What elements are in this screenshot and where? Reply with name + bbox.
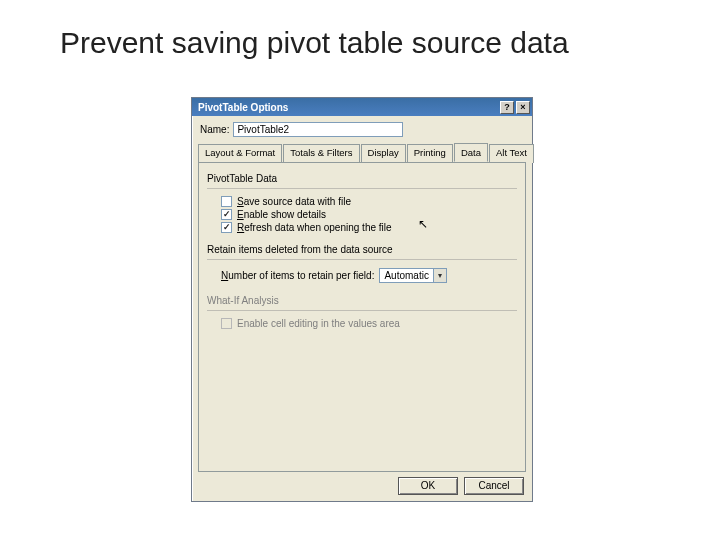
name-label: Name: xyxy=(200,124,229,135)
help-button[interactable]: ? xyxy=(500,101,514,114)
checkbox-refresh-open[interactable] xyxy=(221,222,232,233)
tab-data[interactable]: Data xyxy=(454,143,488,162)
cancel-button[interactable]: Cancel xyxy=(464,477,524,495)
row-retain-count: Number of items to retain per field: Aut… xyxy=(207,266,517,285)
combo-retain-count[interactable]: Automatic xyxy=(379,268,446,283)
divider xyxy=(207,188,517,189)
row-save-source: Save source data with file xyxy=(207,195,517,208)
checkbox-save-source[interactable] xyxy=(221,196,232,207)
section-pivottable-data: PivotTable Data xyxy=(207,173,517,184)
divider xyxy=(207,259,517,260)
tab-display[interactable]: Display xyxy=(361,144,406,163)
label-whatif: Enable cell editing in the values area xyxy=(237,318,400,329)
section-whatif: What-If Analysis xyxy=(207,295,517,306)
ok-button[interactable]: OK xyxy=(398,477,458,495)
chevron-down-icon xyxy=(433,269,446,282)
titlebar-text: PivotTable Options xyxy=(198,102,500,113)
row-whatif: Enable cell editing in the values area xyxy=(207,317,517,330)
pivottable-options-dialog: PivotTable Options ? × Name: Layout & Fo… xyxy=(191,97,533,502)
titlebar: PivotTable Options ? × xyxy=(192,98,532,116)
tab-strip: Layout & Format Totals & Filters Display… xyxy=(192,141,532,162)
row-show-details: Enable show details xyxy=(207,208,517,221)
tab-printing[interactable]: Printing xyxy=(407,144,453,163)
checkbox-show-details[interactable] xyxy=(221,209,232,220)
divider xyxy=(207,310,517,311)
tab-alt-text[interactable]: Alt Text xyxy=(489,144,534,163)
name-field[interactable] xyxy=(233,122,403,137)
tab-panel-data: PivotTable Data Save source data with fi… xyxy=(198,162,526,472)
tab-totals-filters[interactable]: Totals & Filters xyxy=(283,144,359,163)
dialog-button-row: OK Cancel xyxy=(398,477,524,495)
label-refresh-open: Refresh data when opening the file xyxy=(237,222,392,233)
close-button[interactable]: × xyxy=(516,101,530,114)
label-retain-count: Number of items to retain per field: xyxy=(221,270,374,281)
slide-title: Prevent saving pivot table source data xyxy=(60,26,569,60)
label-show-details: Enable show details xyxy=(237,209,326,220)
tab-layout-format[interactable]: Layout & Format xyxy=(198,144,282,163)
label-save-source: Save source data with file xyxy=(237,196,351,207)
name-row: Name: xyxy=(192,116,532,141)
section-retain-items: Retain items deleted from the data sourc… xyxy=(207,244,517,255)
row-refresh-open: Refresh data when opening the file xyxy=(207,221,517,234)
checkbox-whatif xyxy=(221,318,232,329)
combo-retain-value: Automatic xyxy=(380,269,432,282)
